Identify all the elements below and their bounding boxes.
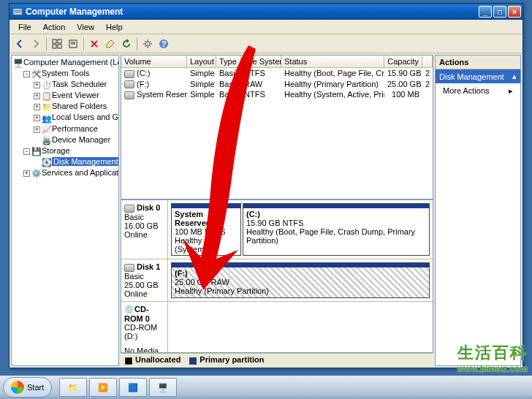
tree-disk-management[interactable]: 💽Disk Management [13,156,117,167]
svg-rect-3 [58,39,61,43]
watermark-url: www.bimeiz.com [457,364,528,374]
tree-shared-folders[interactable]: +📁Shared Folders [13,101,117,112]
svg-rect-5 [58,45,61,48]
menu-file[interactable]: File [12,21,37,33]
chart-icon: 📈 [42,125,50,134]
tree-task-scheduler[interactable]: +⏱️Task Scheduler [13,79,117,90]
tree-event-viewer[interactable]: +📋Event Viewer [13,90,117,101]
volume-layout: Simple [187,89,216,100]
expand-icon[interactable]: + [34,126,40,133]
volume-capacity: 15.90 GB [384,68,422,79]
more-actions-link[interactable]: More Actions ▸ [436,83,520,99]
expand-icon[interactable]: + [34,115,40,121]
tree-services-apps[interactable]: +⚙️Services and Applications [13,167,117,178]
collapse-icon[interactable]: - [23,71,30,77]
taskbar-item-media[interactable]: ▶️ [89,378,117,397]
settings-button[interactable] [140,37,155,51]
taskbar[interactable]: Start 📁 ▶️ 🟦 🖥️ [0,376,532,399]
col-overflow[interactable] [422,56,433,67]
device-icon: 🖨️ [42,136,50,145]
partition-name: (F:) [175,269,188,278]
expand-icon[interactable]: + [23,170,30,177]
col-layout[interactable]: Layout [187,56,216,67]
disk-info[interactable]: 💿CD-ROM 0 CD-ROM (D:) No Media [121,302,168,353]
disk-size: 16.00 GB [124,221,164,230]
disk-title: Disk 0 [137,203,160,212]
col-capacity[interactable]: Capacity [384,56,422,67]
start-label: Start [27,383,44,392]
disk-state: Online [124,289,164,298]
minimize-button[interactable]: _ [479,6,492,18]
disk-info[interactable]: Disk 1 Basic 25.00 GB Online [121,259,168,301]
taskbar-item-compmgmt[interactable]: 🖥️ [149,378,177,397]
taskbar-item-explorer[interactable]: 📁 [59,378,87,397]
col-volume[interactable]: Volume [121,56,187,67]
partition-stripe [172,263,429,267]
cdrom-empty-area [168,302,433,353]
tree-storage[interactable]: -💾Storage [13,145,117,156]
computer-icon: 🖥️ [158,383,168,392]
partition-size: 25.00 GB RAW [175,278,229,286]
svg-rect-2 [53,39,56,43]
disk-info[interactable]: Disk 0 Basic 16.00 GB Online [121,200,168,259]
volume-row[interactable]: System Reserved Simple Basic NTFS Health… [121,89,433,100]
windows-logo-icon [11,381,24,394]
tree-local-users[interactable]: +👥Local Users and Groups [13,112,117,123]
app-icon: 🟦 [128,383,138,392]
volume-header-row: Volume Layout Type File System Status Ca… [121,56,433,68]
window-title: Computer Management [26,7,479,17]
actions-header: Actions [436,56,520,69]
tree-label: Shared Folders [52,102,107,110]
col-status[interactable]: Status [281,56,384,67]
forward-button[interactable] [28,37,43,51]
taskbar-item-app[interactable]: 🟦 [119,378,147,397]
tree-label: Services and Applications [42,168,119,177]
volume-status: Healthy (System, Active, Primary Partiti… [281,89,384,100]
volume-row[interactable]: (F:) Simple Basic RAW Healthy (Primary P… [121,79,433,90]
partition-size: 15.90 GB NTFS [246,218,303,227]
disk-map[interactable]: Disk 0 Basic 16.00 GB Online System Rese… [121,200,433,353]
volume-name: (F:) [137,80,149,88]
partition-status: Healthy (Primary Partition) [175,286,269,295]
disk-row-1: Disk 1 Basic 25.00 GB Online (F:) 25.00 … [121,259,433,302]
collapse-icon[interactable]: - [23,148,30,155]
menu-action[interactable]: Action [37,21,72,33]
volume-list[interactable]: Volume Layout Type File System Status Ca… [121,55,433,200]
maximize-button[interactable]: □ [493,6,506,18]
view-options-button[interactable] [50,37,64,51]
expand-icon[interactable]: + [34,82,40,88]
tree-system-tools[interactable]: -🛠️System Tools [13,68,117,79]
refresh-button[interactable] [119,37,134,51]
back-button[interactable] [12,37,27,51]
volume-row[interactable]: (C:) Simple Basic NTFS Healthy (Boot, Pa… [121,68,433,79]
properties-button[interactable] [66,37,80,51]
titlebar[interactable]: Computer Management _ □ × [10,4,522,20]
volume-extra: 2 [422,79,433,90]
partition-status: Healthy (Boot, Page File, Crash Dump, Pr… [246,227,415,245]
expand-icon[interactable]: + [34,104,40,110]
volume-layout: Simple [187,79,216,90]
tree-device-manager[interactable]: 🖨️Device Manager [13,134,117,145]
expand-icon[interactable]: + [34,93,40,99]
volume-extra: 2 [422,68,433,79]
tools-icon: 🛠️ [31,69,40,78]
actions-context[interactable]: Disk Management ▴ [436,69,520,83]
partition-size: 100 MB NTFS [175,227,226,236]
partition-c[interactable]: (C:) 15.90 GB NTFS Healthy (Boot, Page F… [243,203,430,256]
col-file-system[interactable]: File System [241,56,281,67]
properties-icon[interactable] [103,37,118,51]
help-button[interactable]: ? [156,37,171,51]
menu-view[interactable]: View [71,21,100,33]
volume-capacity: 100 MB [384,89,422,100]
close-button[interactable]: × [508,6,521,18]
start-button[interactable]: Start [3,377,52,398]
partition-f[interactable]: (F:) 25.00 GB RAW Healthy (Primary Parti… [171,262,430,298]
col-type[interactable]: Type [216,56,241,67]
menu-help[interactable]: Help [100,21,129,33]
tree-root[interactable]: 🖥️Computer Management (Local) [13,57,117,68]
delete-button[interactable] [87,37,102,51]
partition-system-reserved[interactable]: System Reserved 100 MB NTFS Healthy (Sys… [171,203,241,256]
tree-performance[interactable]: +📈Performance [13,123,117,134]
disk-size: 25.00 GB [124,281,164,289]
navigation-tree[interactable]: 🖥️Computer Management (Local) -🛠️System … [11,55,119,366]
